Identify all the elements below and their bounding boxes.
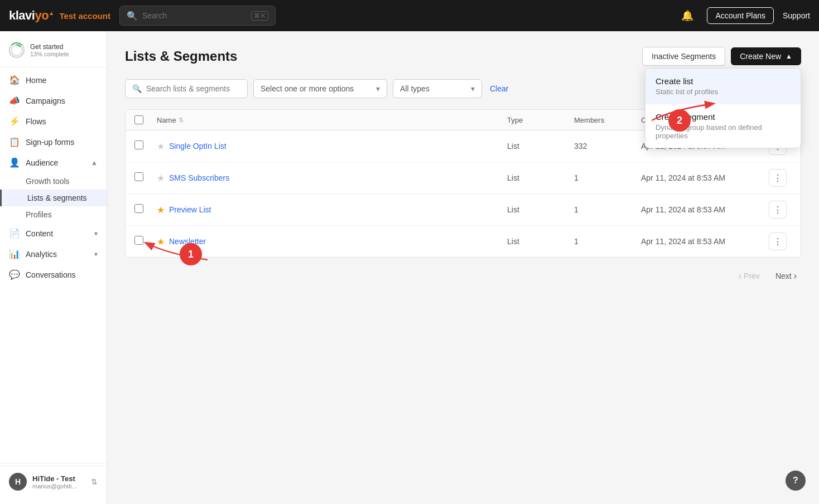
header-name-cell: Name ⇅ xyxy=(157,116,507,124)
page-header: Lists & Segments Inactive Segments Creat… xyxy=(125,47,801,66)
row3-actions-button[interactable]: ⋮ xyxy=(769,201,787,219)
row3-star-icon[interactable]: ★ xyxy=(157,205,165,215)
row2-name-cell: ★ SMS Subscribers xyxy=(157,173,507,183)
filter-search-icon: 🔍 xyxy=(132,84,142,93)
tags-filter-label: Select one or more options xyxy=(261,84,354,93)
content-icon: 📄 xyxy=(9,228,20,239)
row4-star-icon[interactable]: ★ xyxy=(157,236,165,247)
sidebar-item-profiles[interactable]: Profiles xyxy=(0,206,107,223)
row3-checkbox[interactable] xyxy=(134,204,143,213)
row4-actions-button[interactable]: ⋮ xyxy=(769,232,787,250)
tags-filter-chevron-icon: ▾ xyxy=(376,84,380,93)
sidebar-flows-label: Flows xyxy=(26,117,46,126)
row1-name-cell: ★ Single OptIn List xyxy=(157,141,507,152)
type-filter[interactable]: All types ▾ xyxy=(393,79,482,98)
sidebar-analytics-label: Analytics xyxy=(26,250,57,259)
row1-members-cell: 332 xyxy=(574,142,641,151)
row3-created-cell: Apr 11, 2024 at 8:53 AM xyxy=(641,205,764,214)
create-segment-option[interactable]: Create segment Dynamic group based on de… xyxy=(645,104,801,148)
inactive-segments-button[interactable]: Inactive Segments xyxy=(642,47,725,66)
row1-checkbox-cell[interactable] xyxy=(134,140,157,152)
row2-members-cell: 1 xyxy=(574,173,641,182)
create-list-subtitle: Static list of profiles xyxy=(656,88,791,96)
sidebar-item-audience[interactable]: 👤 Audience ▲ xyxy=(0,152,107,173)
create-segment-title: Create segment xyxy=(656,112,791,122)
pagination: ‹ Prev Next › xyxy=(125,258,801,288)
tags-filter[interactable]: Select one or more options ▾ xyxy=(253,79,387,98)
row1-checkbox[interactable] xyxy=(134,140,143,149)
row3-name-cell: ★ Preview List xyxy=(157,205,507,215)
prev-button[interactable]: ‹ Prev xyxy=(734,269,764,283)
sidebar-item-flows[interactable]: ⚡ Flows xyxy=(0,111,107,132)
row3-checkbox-cell[interactable] xyxy=(134,204,157,215)
sidebar-conversations-label: Conversations xyxy=(26,270,76,279)
content-chevron-icon: ▾ xyxy=(94,230,98,238)
row2-actions-button[interactable]: ⋮ xyxy=(769,169,787,187)
row1-type-cell: List xyxy=(507,142,574,151)
row3-members-cell: 1 xyxy=(574,205,641,214)
sidebar-item-analytics[interactable]: 📊 Analytics ▾ xyxy=(0,244,107,264)
row2-checkbox-cell[interactable] xyxy=(134,172,157,183)
sidebar-item-growth-tools[interactable]: Growth tools xyxy=(0,173,107,190)
avatar: H xyxy=(9,473,27,491)
sidebar-item-content[interactable]: 📄 Content ▾ xyxy=(0,223,107,244)
help-button[interactable]: ? xyxy=(786,471,806,491)
row1-name-link[interactable]: Single OptIn List xyxy=(169,142,227,151)
prev-label: Prev xyxy=(744,272,760,280)
row2-name-link[interactable]: SMS Subscribers xyxy=(169,173,229,182)
row1-star-icon[interactable]: ★ xyxy=(157,141,165,152)
sidebar-signup-forms-label: Sign-up forms xyxy=(26,138,74,147)
row4-name-link[interactable]: Newsletter xyxy=(169,237,206,246)
analytics-icon: 📊 xyxy=(9,249,20,259)
account-switcher[interactable]: H HiTide - Test marius@gohiti... ⇅ xyxy=(0,466,107,497)
table-row: ★ Newsletter List 1 Apr 11, 2024 at 8:53… xyxy=(126,226,801,257)
name-sort-icon[interactable]: ⇅ xyxy=(179,117,184,124)
notifications-bell-icon[interactable]: 🔔 xyxy=(677,5,698,26)
row2-actions-cell: ⋮ xyxy=(764,169,792,187)
sidebar-audience-label: Audience xyxy=(26,158,58,167)
row4-created-cell: Apr 11, 2024 at 8:53 AM xyxy=(641,237,764,246)
row3-name-link[interactable]: Preview List xyxy=(169,205,211,214)
row2-star-icon[interactable]: ★ xyxy=(157,173,165,183)
row4-type-cell: List xyxy=(507,237,574,246)
header-members-cell: Members xyxy=(574,116,641,124)
type-filter-chevron-icon: ▾ xyxy=(471,84,475,93)
get-started-item[interactable]: Get started 13% complete xyxy=(0,38,107,65)
create-new-label: Create New xyxy=(740,52,781,61)
sidebar-item-home[interactable]: 🏠 Home xyxy=(0,70,107,90)
progress-circle-icon xyxy=(9,42,25,58)
campaigns-icon: 📣 xyxy=(9,95,20,106)
get-started-label: Get started xyxy=(30,43,69,51)
select-all-checkbox[interactable] xyxy=(134,115,143,124)
account-plans-button[interactable]: Account Plans xyxy=(707,7,774,24)
header-checkbox-cell[interactable] xyxy=(134,115,157,124)
list-search-input[interactable] xyxy=(146,84,240,93)
row4-name-cell: ★ Newsletter xyxy=(157,236,507,247)
clear-filters-button[interactable]: Clear xyxy=(488,82,510,95)
sidebar-item-conversations[interactable]: 💬 Conversations xyxy=(0,264,107,285)
list-search-container[interactable]: 🔍 xyxy=(125,79,248,98)
row4-checkbox[interactable] xyxy=(134,236,143,245)
sidebar-account-name: HiTide - Test xyxy=(32,474,85,483)
row2-created-cell: Apr 11, 2024 at 8:53 AM xyxy=(641,173,764,182)
prev-arrow-icon: ‹ xyxy=(739,271,741,281)
row2-checkbox[interactable] xyxy=(134,172,143,181)
sidebar-home-label: Home xyxy=(26,76,46,85)
next-button[interactable]: Next › xyxy=(771,269,801,283)
create-list-option[interactable]: Create list Static list of profiles xyxy=(645,69,801,104)
search-icon: 🔍 xyxy=(127,11,138,21)
table-row: ★ SMS Subscribers List 1 Apr 11, 2024 at… xyxy=(126,162,801,194)
logo-area: klaviyo▲ Test account xyxy=(9,8,110,23)
global-search-input[interactable] xyxy=(142,11,247,20)
support-link[interactable]: Support xyxy=(783,11,810,20)
sidebar-item-campaigns[interactable]: 📣 Campaigns xyxy=(0,90,107,111)
global-search-bar[interactable]: 🔍 ⌘ K xyxy=(119,6,276,26)
row4-checkbox-cell[interactable] xyxy=(134,236,157,247)
header-members-label: Members xyxy=(574,116,604,124)
sidebar-item-lists-segments[interactable]: Lists & segments xyxy=(0,190,107,206)
create-new-button[interactable]: Create New ▲ xyxy=(731,47,801,65)
header-type-cell: Type xyxy=(507,116,574,124)
main-layout: Get started 13% complete 🏠 Home 📣 Campai… xyxy=(0,31,819,504)
row2-type-cell: List xyxy=(507,173,574,182)
sidebar-item-signup-forms[interactable]: 📋 Sign-up forms xyxy=(0,132,107,152)
